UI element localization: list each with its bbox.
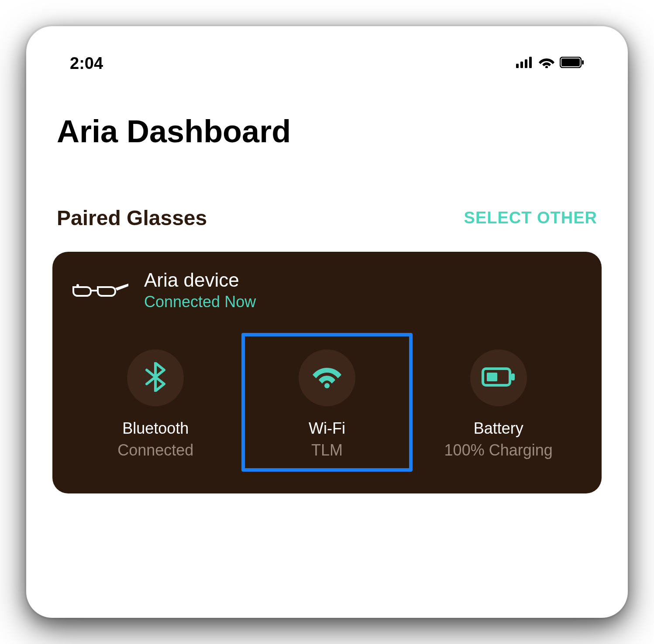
svg-point-9: [324, 383, 330, 388]
svg-rect-0: [516, 64, 519, 68]
bluetooth-label: Bluetooth: [122, 419, 189, 438]
paired-device-card: Aria device Connected Now Bluetooth Conn…: [52, 252, 602, 493]
section-header: Paired Glasses SELECT OTHER: [52, 206, 602, 230]
svg-rect-6: [561, 58, 580, 66]
battery-tile[interactable]: Battery 100% Charging: [413, 333, 584, 472]
bluetooth-tile[interactable]: Bluetooth Connected: [70, 333, 241, 472]
page-title: Aria Dashboard: [52, 113, 602, 149]
status-tiles-row: Bluetooth Connected Wi-Fi TLM: [70, 333, 584, 472]
select-other-button[interactable]: SELECT OTHER: [464, 209, 597, 227]
svg-rect-7: [582, 60, 584, 65]
wifi-value: TLM: [311, 441, 343, 459]
device-info: Aria device Connected Now: [144, 269, 256, 311]
wifi-tile[interactable]: Wi-Fi TLM: [241, 333, 413, 472]
glasses-icon: [70, 278, 131, 302]
svg-rect-11: [487, 373, 497, 381]
svg-rect-1: [520, 62, 523, 68]
svg-point-8: [76, 284, 79, 287]
section-title: Paired Glasses: [57, 206, 207, 230]
wifi-label: Wi-Fi: [309, 419, 345, 438]
wifi-icon-circle: [299, 349, 355, 406]
battery-value: 100% Charging: [444, 441, 553, 459]
battery-icon-circle: [470, 349, 527, 406]
svg-rect-12: [511, 373, 515, 380]
bluetooth-value: Connected: [117, 441, 193, 459]
svg-point-4: [545, 66, 548, 68]
status-icons: [516, 57, 584, 70]
bluetooth-icon-circle: [127, 349, 184, 406]
wifi-status-icon: [539, 57, 554, 70]
battery-status-icon: [560, 57, 584, 70]
device-header: Aria device Connected Now: [70, 269, 584, 311]
app-screen: 2:04: [26, 26, 628, 618]
status-time: 2:04: [70, 54, 103, 73]
svg-rect-3: [529, 57, 532, 68]
battery-icon: [482, 367, 516, 388]
device-name: Aria device: [144, 269, 256, 291]
device-connection-status: Connected Now: [144, 293, 256, 311]
svg-rect-2: [525, 59, 527, 68]
cellular-signal-icon: [516, 57, 534, 70]
wifi-icon: [312, 365, 342, 391]
battery-label: Battery: [474, 419, 523, 438]
status-bar: 2:04: [52, 48, 602, 74]
bluetooth-icon: [145, 362, 166, 394]
